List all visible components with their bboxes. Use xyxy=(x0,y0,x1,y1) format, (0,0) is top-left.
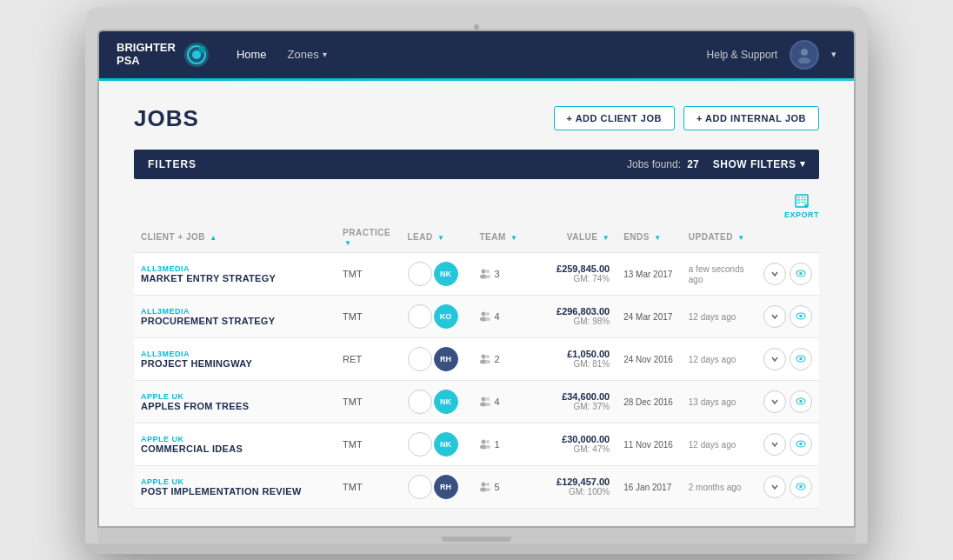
svg-rect-9 xyxy=(797,199,800,201)
brand-name: BRIGHTER PSA xyxy=(117,42,176,67)
cell-practice: TMT xyxy=(336,423,400,465)
view-button[interactable] xyxy=(790,305,812,328)
cell-value: £34,600.00 GM: 37% xyxy=(530,380,616,423)
svg-point-23 xyxy=(485,317,490,321)
team-count-label: 4 xyxy=(494,311,499,322)
team-icon xyxy=(479,310,490,322)
svg-point-47 xyxy=(485,488,490,491)
nav-right: Help & Support ▾ xyxy=(707,40,836,70)
col-header-practice: PRACTICE ▼ xyxy=(336,223,400,253)
header-actions: + ADD CLIENT JOB + ADD INTERNAL JOB xyxy=(554,106,819,130)
filters-bar: FILTERS Jobs found: 27 SHOW FILTERS ▾ xyxy=(134,150,819,179)
job-name[interactable]: POST IMPLEMENTATION REVIEW xyxy=(141,486,329,497)
svg-point-20 xyxy=(482,312,486,317)
lead-avatar-empty xyxy=(408,475,432,499)
cell-client-job: APPLE UK APPLES FROM TREES xyxy=(134,380,336,423)
add-internal-job-button[interactable]: + ADD INTERNAL JOB xyxy=(683,106,819,130)
view-button[interactable] xyxy=(790,433,812,456)
chevron-down-icon xyxy=(770,440,779,449)
updated-text: 2 months ago xyxy=(689,483,742,492)
team-icon xyxy=(479,438,490,450)
chevron-down-icon xyxy=(770,270,779,278)
eye-icon xyxy=(796,312,806,320)
table-row: ALL3MEDIA PROCUREMENT STRATEGY TMT KO 4 … xyxy=(134,295,819,337)
svg-point-14 xyxy=(482,270,486,274)
value-gm: GM: 74% xyxy=(537,274,610,283)
expand-button[interactable] xyxy=(763,305,786,328)
svg-point-29 xyxy=(485,360,490,363)
cell-team: 1 xyxy=(472,423,530,465)
cell-actions xyxy=(754,465,819,508)
sort-arrow-updated: ▼ xyxy=(737,234,744,242)
table-row: ALL3MEDIA PROJECT HEMINGWAY RET RH 2 £1,… xyxy=(134,337,819,380)
value-gm: GM: 100% xyxy=(537,487,610,497)
team-icon xyxy=(479,268,490,279)
job-name[interactable]: PROJECT HEMINGWAY xyxy=(141,358,329,369)
cell-value: £129,457.00 GM: 100% xyxy=(530,465,616,508)
updated-text: 12 days ago xyxy=(689,312,736,322)
updated-text: 12 days ago xyxy=(689,440,736,450)
updated-text: 12 days ago xyxy=(689,355,736,364)
expand-button[interactable] xyxy=(763,390,786,413)
job-name[interactable]: COMMERCIAL IDEAS xyxy=(141,443,329,454)
view-button[interactable] xyxy=(790,348,812,370)
cell-updated: a few seconds ago xyxy=(682,252,754,295)
cell-actions xyxy=(754,295,819,337)
client-name: APPLE UK xyxy=(141,477,329,486)
team-count-label: 4 xyxy=(494,397,499,407)
lead-avatar-empty xyxy=(408,347,432,371)
client-name: APPLE UK xyxy=(141,392,329,401)
cell-client-job: APPLE UK COMMERCIAL IDEAS xyxy=(134,423,336,465)
expand-button[interactable] xyxy=(763,263,786,285)
expand-button[interactable] xyxy=(763,348,786,370)
user-avatar[interactable] xyxy=(790,40,819,70)
cell-ends: 24 Nov 2016 xyxy=(616,337,682,380)
practice-label: TMT xyxy=(343,269,363,279)
cell-actions xyxy=(754,423,819,465)
svg-point-43 xyxy=(799,443,803,446)
job-name[interactable]: APPLES FROM TREES xyxy=(141,401,329,411)
export-button[interactable]: EXPORT xyxy=(784,193,819,219)
client-name: ALL3MEDIA xyxy=(141,350,329,358)
nav-dropdown-arrow[interactable]: ▾ xyxy=(831,49,836,60)
nav-zones[interactable]: Zones ▾ xyxy=(288,48,327,61)
updated-text: 13 days ago xyxy=(689,397,736,407)
view-button[interactable] xyxy=(790,476,812,498)
view-button[interactable] xyxy=(790,390,812,413)
expand-button[interactable] xyxy=(763,433,786,456)
practice-label: TMT xyxy=(343,439,363,450)
cell-lead: NK xyxy=(401,380,473,423)
team-icon xyxy=(479,396,490,407)
brand-logo[interactable]: BRIGHTER PSA xyxy=(117,41,210,69)
brand-icon xyxy=(183,41,210,69)
svg-point-5 xyxy=(798,57,810,63)
job-name[interactable]: PROCUREMENT STRATEGY xyxy=(141,316,329,326)
cell-client-job: APPLE UK POST IMPLEMENTATION REVIEW xyxy=(134,465,336,508)
jobs-table: CLIENT + JOB ▲ PRACTICE ▼ LEAD ▼ TEAM xyxy=(134,223,819,509)
job-name[interactable]: MARKET ENTRY STRATEGY xyxy=(141,273,329,283)
cell-client-job: ALL3MEDIA PROJECT HEMINGWAY xyxy=(134,337,336,380)
svg-rect-7 xyxy=(797,197,800,198)
chevron-down-icon xyxy=(770,355,779,363)
expand-button[interactable] xyxy=(763,476,786,498)
value-gm: GM: 47% xyxy=(537,444,610,454)
add-client-job-button[interactable]: + ADD CLIENT JOB xyxy=(554,106,675,130)
sort-arrow-value: ▼ xyxy=(603,234,610,242)
chevron-down-icon xyxy=(770,397,779,406)
show-filters-button[interactable]: SHOW FILTERS ▾ xyxy=(713,158,805,170)
cell-lead: KO xyxy=(401,295,473,337)
help-link[interactable]: Help & Support xyxy=(707,49,777,61)
cell-practice: TMT xyxy=(336,380,400,423)
nav-home[interactable]: Home xyxy=(237,48,267,61)
laptop-bottom xyxy=(97,528,856,543)
cell-team: 3 xyxy=(472,252,530,295)
view-button[interactable] xyxy=(790,263,812,285)
client-name: ALL3MEDIA xyxy=(141,307,329,316)
cell-updated: 12 days ago xyxy=(682,423,754,465)
lead-avatar: RH xyxy=(434,347,458,371)
filters-label: FILTERS xyxy=(148,158,197,170)
eye-icon xyxy=(796,483,806,490)
lead-avatar: NK xyxy=(434,390,458,414)
practice-label: TMT xyxy=(343,311,363,322)
cell-updated: 2 months ago xyxy=(682,465,754,508)
